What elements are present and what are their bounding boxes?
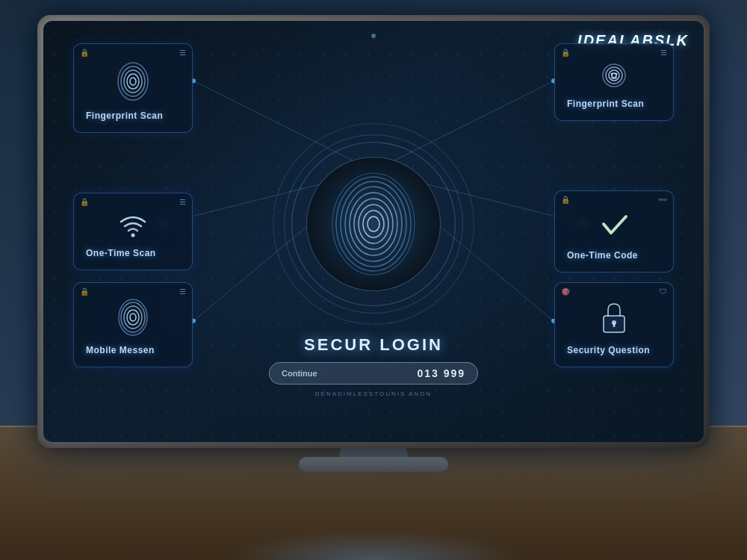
card-label-onetimescan: One-Time Scan — [86, 248, 156, 258]
monitor-screen: IDEALABSLK — [43, 21, 704, 442]
svg-point-20 — [341, 181, 406, 267]
svg-point-32 — [611, 73, 613, 75]
center-fingerprint — [299, 149, 448, 299]
fingerprint-icon-bl — [117, 298, 149, 337]
card-menu-icon-tl: ☰ — [179, 49, 186, 57]
svg-point-26 — [121, 66, 145, 96]
wifi-icon — [115, 210, 151, 240]
card-label-fp-left: Fingerprint Scan — [86, 111, 163, 121]
card-menu-icon-ml: ☰ — [179, 198, 186, 206]
svg-point-35 — [130, 314, 136, 321]
svg-point-17 — [354, 199, 393, 249]
card-minus-icon-mr: ➖ — [658, 196, 667, 204]
card-mobile-messen[interactable]: 🔒 ☰ Mobile Messen — [73, 282, 193, 367]
card-lock-icon-bl: 🔒 — [80, 287, 89, 296]
svg-point-38 — [121, 302, 145, 332]
svg-point-34 — [131, 234, 135, 237]
card-target-icon-br: 🎯 — [561, 287, 570, 296]
svg-rect-42 — [613, 323, 616, 327]
fingerprint-icon-tr — [599, 60, 629, 90]
svg-point-21 — [336, 177, 411, 271]
svg-point-33 — [616, 73, 618, 75]
scene: IDEALABSLK — [0, 0, 747, 560]
card-label-onetimecode: One-Time Code — [567, 250, 638, 261]
card-onetime-code[interactable]: 🔒 ➖ One-Time Code — [554, 190, 674, 273]
secure-login-title: SECUR LOGIN — [269, 335, 478, 355]
card-shield-icon-br: 🛡 — [660, 287, 667, 296]
checkmark-icon — [596, 206, 632, 242]
card-menu-icon-bl: ☰ — [179, 287, 186, 296]
svg-point-39 — [119, 299, 147, 335]
monitor: IDEALABSLK — [37, 15, 710, 448]
secure-login-subtitle: DENADIMLESSTOUNIS ANON — [269, 391, 478, 397]
card-lock-icon-ml: 🔒 — [80, 198, 89, 206]
card-lock-icon-tl: 🔒 — [80, 49, 89, 57]
svg-point-18 — [350, 193, 397, 255]
desk-reflection — [224, 530, 523, 560]
svg-point-23 — [130, 78, 136, 85]
card-security-question[interactable]: 🎯 🛡 Security Question — [554, 282, 674, 367]
card-onetime-scan[interactable]: 🔒 ☰ One-Time Scan — [73, 193, 193, 270]
svg-point-15 — [363, 211, 384, 237]
svg-point-27 — [118, 63, 148, 100]
card-fingerprint-scan-right[interactable]: 🔒 ☰ Fingerprint Scan — [554, 43, 674, 121]
svg-point-24 — [127, 74, 139, 89]
monitor-base — [299, 457, 448, 472]
fingerprint-svg — [329, 172, 418, 276]
lock-icon — [598, 298, 630, 337]
code-input-wrapper[interactable]: Continue 013 999 — [269, 362, 478, 385]
fingerprint-icon-tl — [115, 60, 151, 102]
card-label-securityquestion: Security Question — [567, 345, 650, 355]
card-menu-icon-tr: ☰ — [660, 49, 667, 57]
card-lock-icon-mr: 🔒 — [561, 196, 570, 204]
svg-point-14 — [368, 217, 379, 231]
code-value: 013 999 — [417, 367, 465, 379]
card-lock-icon-tr: 🔒 — [561, 49, 570, 57]
secure-login-section: SECUR LOGIN Continue 013 999 DENADIMLESS… — [269, 335, 478, 397]
card-label-mobilemessen: Mobile Messen — [86, 345, 155, 355]
card-label-fp-right: Fingerprint Scan — [567, 99, 644, 109]
svg-point-36 — [127, 310, 139, 325]
code-label: Continue — [282, 369, 317, 378]
card-fingerprint-scan-left[interactable]: 🔒 ☰ Fingerprint Scan — [73, 43, 193, 133]
